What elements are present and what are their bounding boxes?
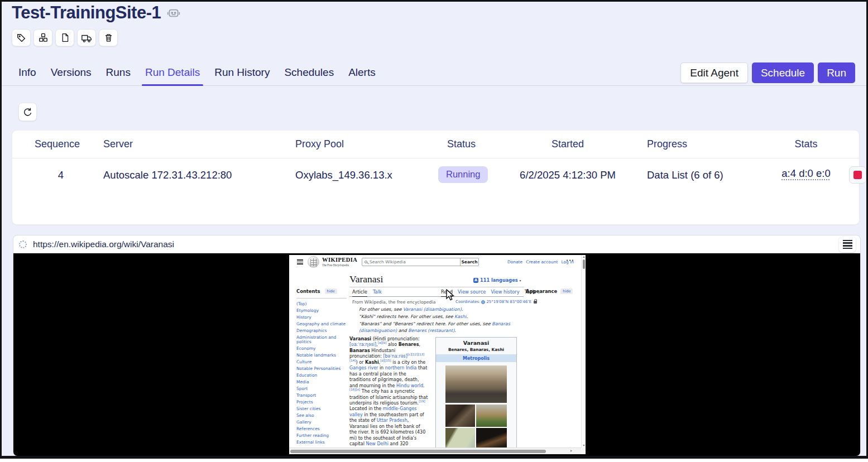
- proxy-pool-button[interactable]: [33, 29, 52, 46]
- stop-square-icon: [853, 171, 862, 179]
- wikipedia-page: WIKIPEDIA The Free Encyclopedia Search W…: [289, 255, 586, 454]
- edit-agent-button[interactable]: Edit Agent: [680, 62, 748, 83]
- toc-item[interactable]: Projects: [296, 400, 347, 405]
- infobox-type-link[interactable]: Metropolis: [436, 354, 516, 362]
- toc-item[interactable]: (Top): [296, 302, 347, 306]
- wikipedia-logo[interactable]: [308, 256, 319, 268]
- toc-item[interactable]: References: [296, 427, 347, 431]
- export-delivery-button[interactable]: [77, 29, 96, 46]
- page-title: Test-TrainingSite-1: [12, 3, 161, 23]
- col-proxy-pool: Proxy Pool: [295, 138, 344, 150]
- toc-item[interactable]: Demographics: [296, 329, 347, 333]
- tab[interactable]: Alerts: [348, 59, 376, 85]
- wiki-more-menu[interactable]: •••: [566, 258, 574, 263]
- refresh-button[interactable]: [18, 103, 37, 121]
- scroll-down-arrow[interactable]: [583, 445, 585, 446]
- mouse-cursor: [446, 289, 455, 301]
- toc-item[interactable]: Education: [296, 373, 347, 378]
- delivery-truck-icon: [81, 32, 92, 44]
- robot-icon: [166, 6, 181, 22]
- scroll-right-arrow[interactable]: [570, 450, 572, 452]
- run-button[interactable]: Run: [818, 62, 855, 83]
- article-tabs-left: ArticleTalk: [352, 289, 382, 297]
- row-proxy-pool: Oxylabs_149.36.13.x: [295, 167, 392, 183]
- agent-toolbar: [12, 29, 118, 46]
- scroll-up-arrow[interactable]: [583, 256, 585, 258]
- hamburger-menu-icon: [843, 240, 852, 241]
- app-window: Test-TrainingSite-1: [0, 0, 868, 459]
- tabs: InfoVersionsRunsRun DetailsRun HistorySc…: [18, 59, 376, 85]
- toc-item[interactable]: Sport: [296, 387, 347, 391]
- tag-button[interactable]: [12, 29, 31, 46]
- toc-item[interactable]: Gallery: [296, 420, 347, 425]
- row-started: 6/2/2025 4:12:30 PM: [512, 167, 624, 183]
- runs-table: Sequence Server Proxy Pool Status Starte…: [12, 130, 860, 225]
- row-sequence: 4: [35, 167, 87, 183]
- coordinates-link[interactable]: Coordinates: 25°19′08″N 83°00′46″E: [455, 300, 537, 304]
- proxy-cubes-icon: [38, 32, 49, 43]
- col-server: Server: [103, 138, 133, 150]
- globe-icon: [481, 300, 485, 304]
- wiki-horizontal-scrollbar[interactable]: [289, 447, 581, 454]
- tab[interactable]: Run History: [214, 59, 270, 85]
- spinner-icon: [19, 240, 27, 248]
- toc-item[interactable]: Economy: [296, 346, 347, 351]
- vertical-scroll-thumb[interactable]: [583, 259, 586, 269]
- toc-item[interactable]: Transport: [296, 393, 347, 398]
- wiki-account-links: DonateCreate accountLog in: [490, 259, 574, 264]
- preview-menu-button[interactable]: [839, 237, 856, 252]
- toc-item[interactable]: Sister cities: [296, 407, 347, 411]
- status-badge: Running: [438, 166, 488, 183]
- wiki-tab[interactable]: Article: [352, 289, 367, 297]
- row-server: Autoscale 172.31.43.212:80: [103, 167, 232, 183]
- language-selector[interactable]: A 111 languages▾: [473, 277, 521, 283]
- contents-sidebar: Contents hide (Top)EtymologyHistoryGeogr…: [296, 288, 347, 447]
- tag-icon: [16, 33, 26, 43]
- header: Test-TrainingSite-1: [12, 3, 181, 23]
- tab-bar: InfoVersionsRunsRun DetailsRun HistorySc…: [2, 59, 866, 86]
- horizontal-scroll-thumb[interactable]: [290, 450, 546, 454]
- wiki-vertical-scrollbar[interactable]: [581, 255, 586, 447]
- contents-hide-toggle[interactable]: hide: [325, 288, 337, 294]
- table-of-contents: (Top)EtymologyHistoryGeography and clima…: [296, 298, 347, 445]
- document-button[interactable]: [55, 29, 74, 46]
- wiki-tab[interactable]: View history: [491, 289, 519, 297]
- stats-link[interactable]: a:4 d:0 e:0: [778, 167, 834, 180]
- browser-preview-panel: https://en.wikipedia.org/wiki/Varanasi W…: [13, 235, 861, 456]
- tab[interactable]: Run Details: [145, 59, 200, 85]
- toc-item[interactable]: Notable Personalities: [296, 367, 347, 371]
- toc-item[interactable]: See also: [296, 413, 347, 418]
- toc-item[interactable]: Geography and climate: [296, 322, 347, 326]
- appearance-hide-toggle[interactable]: hide: [560, 288, 573, 294]
- wiki-search-button[interactable]: Search: [460, 258, 479, 266]
- delete-button[interactable]: [99, 29, 118, 46]
- toc-item[interactable]: Etymology: [296, 309, 347, 313]
- col-started: Started: [512, 138, 624, 150]
- file-icon: [60, 33, 70, 42]
- article-lead-paragraph: Varanasi (Hindi pronunciation: [ʋaːˈraːɳ…: [349, 336, 429, 454]
- toc-item[interactable]: Notable landmarks: [296, 353, 347, 358]
- wiki-tab[interactable]: View source: [458, 289, 486, 297]
- tab[interactable]: Versions: [51, 59, 92, 85]
- toc-item[interactable]: Media: [296, 380, 347, 384]
- wiki-tab[interactable]: Talk: [373, 289, 382, 297]
- toc-item[interactable]: Culture: [296, 360, 347, 364]
- toc-item[interactable]: Further reading: [296, 434, 347, 438]
- wiki-search-input[interactable]: Search Wikipedia: [362, 258, 461, 266]
- palace-lawn-photo: [476, 405, 507, 427]
- toc-item[interactable]: History: [296, 315, 347, 320]
- tab[interactable]: Info: [18, 59, 36, 85]
- wiki-top-link[interactable]: Create account: [526, 259, 558, 264]
- toc-item[interactable]: External links: [296, 440, 347, 445]
- tab[interactable]: Runs: [106, 59, 131, 85]
- tab[interactable]: Schedules: [284, 59, 334, 85]
- wiki-hamburger-icon[interactable]: [297, 259, 303, 264]
- wiki-wordmark[interactable]: WIKIPEDIA: [322, 257, 357, 263]
- toc-item[interactable]: Administration and politics: [296, 335, 347, 345]
- col-stats: Stats: [778, 138, 834, 150]
- search-icon: [365, 261, 367, 263]
- stop-run-button[interactable]: [849, 166, 866, 184]
- wiki-top-link[interactable]: Donate: [507, 259, 522, 264]
- col-status: Status: [447, 138, 476, 150]
- schedule-button[interactable]: Schedule: [752, 62, 814, 83]
